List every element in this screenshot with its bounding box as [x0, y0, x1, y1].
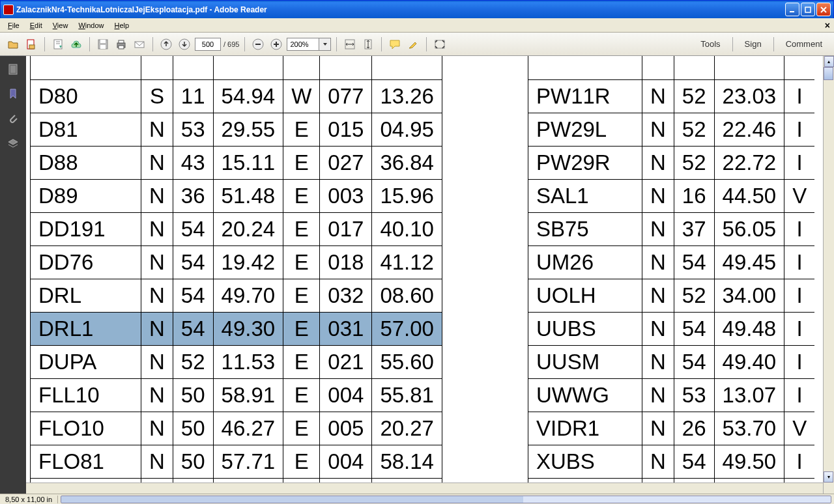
maximize-button[interactable] [801, 3, 815, 16]
nav-sidebar [0, 56, 26, 494]
menu-help[interactable]: Help [109, 20, 135, 31]
table-row: PW11RN5223.03I [528, 80, 815, 113]
horizontal-scrollbar[interactable] [26, 483, 823, 494]
fit-width-icon[interactable] [342, 36, 358, 52]
window-title: ZalacznikNr4-TechnikaLotniczaIJejEksploa… [16, 5, 785, 14]
table-row: PW29RN5222.72I [528, 147, 815, 180]
minimize-button[interactable] [785, 3, 799, 16]
table-row: D89N3651.48E00315.96 [31, 180, 442, 213]
create-pdf-icon[interactable] [23, 36, 39, 52]
toolbar: / 695 Tools Sign Comment [0, 33, 834, 56]
zoom-out-icon[interactable] [250, 36, 266, 52]
table-row: D81N5329.55E01504.95 [31, 113, 442, 147]
zoom-dropdown-icon[interactable] [319, 38, 331, 51]
svg-rect-1 [805, 7, 811, 12]
svg-rect-12 [119, 46, 124, 49]
next-page-icon[interactable] [177, 36, 192, 52]
table-row: PW29LN5222.46I [528, 113, 815, 147]
coordinate-table-right: PW11RN5223.03IPW29LN5222.46IPW29RN5222.7… [528, 56, 814, 494]
table-row: UM26N5449.45I [528, 246, 815, 279]
horizontal-scroll-track[interactable] [61, 496, 831, 503]
table-row: D80S1154.94W07713.26 [31, 80, 442, 113]
menu-window[interactable]: Window [73, 20, 109, 31]
table-row: DUPAN5211.53E02155.60 [31, 346, 442, 379]
document-area[interactable]: D80S1154.94W07713.26D81N5329.55E01504.95… [26, 56, 834, 494]
table-row: DRLN5449.70E03208.60 [31, 279, 442, 313]
table-row: DD191N5420.24E01740.10 [31, 213, 442, 246]
table-row: UUSMN5449.40I [528, 346, 815, 379]
coordinate-table-left: D80S1154.94W07713.26D81N5329.55E01504.95… [30, 56, 442, 494]
menu-view[interactable]: View [48, 20, 74, 31]
table-row: UWWGN5313.07I [528, 379, 815, 412]
highlight-icon[interactable] [405, 36, 421, 52]
svg-rect-25 [10, 66, 16, 73]
close-button[interactable] [816, 3, 831, 16]
table-row: SAL1N1644.50V [528, 180, 815, 213]
table-row: SB75N3756.05I [528, 213, 815, 246]
table-row: UOLHN5234.00I [528, 279, 815, 313]
window-titlebar: ZalacznikNr4-TechnikaLotniczaIJejEksploa… [0, 0, 834, 18]
table-row: DRL1N5449.30E03157.00 [31, 313, 442, 346]
pdf-page: D80S1154.94W07713.26D81N5329.55E01504.95… [26, 56, 823, 494]
menu-file[interactable]: File [3, 20, 25, 31]
vertical-scrollbar[interactable]: ▴ ▾ [823, 56, 834, 494]
bookmarks-icon[interactable] [7, 87, 20, 100]
save-icon[interactable] [50, 36, 66, 52]
status-bar: 8,50 x 11,00 in [0, 494, 834, 504]
svg-rect-9 [100, 45, 106, 49]
prev-page-icon[interactable] [158, 36, 174, 52]
table-row: D88N4315.11E02736.84 [31, 147, 442, 180]
tools-panel-button[interactable]: Tools [694, 36, 726, 51]
app-icon [3, 5, 14, 15]
doc-close-icon[interactable]: × [825, 20, 830, 31]
fit-page-icon[interactable] [360, 36, 376, 52]
thumbnails-icon[interactable] [7, 63, 20, 76]
attachments-icon[interactable] [7, 112, 20, 125]
table-row: FLO81N5057.71E00458.14 [31, 445, 442, 479]
table-row: FLL10N5058.91E00455.81 [31, 379, 442, 412]
menu-bar: File Edit View Window Help × [0, 18, 834, 33]
table-row: XUBSN5449.50I [528, 445, 815, 479]
layers-icon[interactable] [7, 137, 20, 150]
zoom-input[interactable] [287, 38, 319, 51]
open-icon[interactable] [5, 36, 21, 52]
page-input[interactable] [195, 38, 221, 51]
menu-edit[interactable]: Edit [25, 20, 48, 31]
save-disk-icon[interactable] [95, 36, 111, 52]
upload-icon[interactable] [68, 36, 84, 52]
mail-icon[interactable] [132, 36, 147, 52]
svg-rect-8 [100, 40, 106, 43]
page-total-label: / 695 [223, 40, 239, 48]
sign-panel-button[interactable]: Sign [738, 36, 768, 51]
comment-bubble-icon[interactable] [387, 36, 403, 52]
svg-rect-11 [119, 40, 124, 43]
table-row: DD76N5419.42E01841.12 [31, 246, 442, 279]
table-row: VIDR1N2653.70V [528, 412, 815, 445]
page-dimensions-label: 8,50 x 11,00 in [0, 496, 58, 503]
table-row: UUBSN5449.48I [528, 313, 815, 346]
comment-panel-button[interactable]: Comment [779, 36, 829, 51]
print-icon[interactable] [113, 36, 129, 52]
zoom-in-icon[interactable] [268, 36, 284, 52]
table-row: FLO10N5046.27E00520.27 [31, 412, 442, 445]
svg-rect-5 [29, 45, 35, 49]
read-mode-icon[interactable] [432, 36, 448, 52]
